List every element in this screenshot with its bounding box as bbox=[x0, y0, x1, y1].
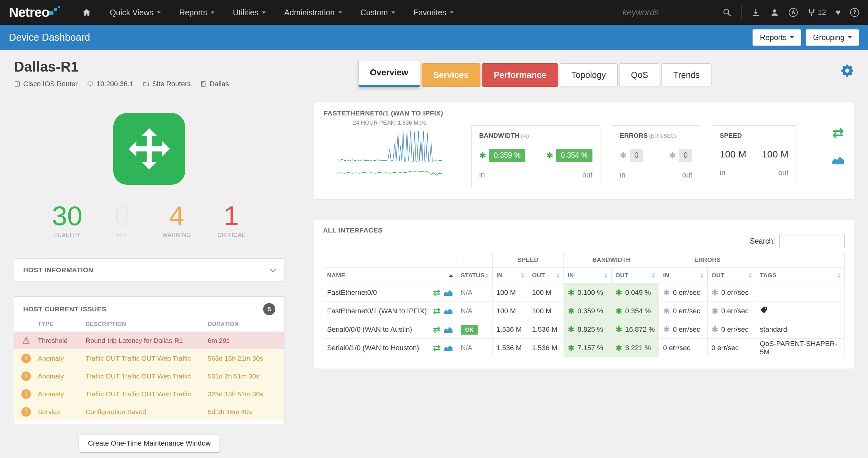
grouping-dropdown-button[interactable]: Grouping bbox=[806, 29, 859, 46]
warning-count[interactable]: 4 WARNING bbox=[159, 202, 194, 238]
top-navigation-bar: Netreo Quick Views Reports Utilities Adm… bbox=[0, 0, 868, 25]
area-chart-icon[interactable] bbox=[444, 289, 453, 296]
chevron-down-icon[interactable] bbox=[270, 266, 276, 272]
issue-row[interactable]: Anomaly Traffic OUT Traffic OUT Web Traf… bbox=[14, 349, 284, 367]
settings-gear-button[interactable] bbox=[841, 64, 854, 78]
critical-count[interactable]: 1 CRITICAL bbox=[214, 202, 249, 238]
warning-triangle-icon: ⚠ bbox=[22, 336, 30, 345]
col-tags[interactable]: TAGS bbox=[756, 268, 845, 284]
col-speed-in[interactable]: IN bbox=[493, 268, 528, 284]
create-maintenance-window-button[interactable]: Create One-Time Maintenance Window bbox=[79, 434, 220, 453]
col-bandwidth-in[interactable]: IN bbox=[564, 268, 612, 284]
home-button[interactable] bbox=[82, 8, 91, 17]
device-site[interactable]: Dallas bbox=[200, 80, 229, 88]
interface-row[interactable]: Serial0/0/0 (WAN to Austin) OK 1.536 M 1… bbox=[323, 320, 845, 339]
download-icon[interactable] bbox=[751, 8, 761, 17]
issue-type: Anomaly bbox=[38, 390, 86, 398]
tab-overview[interactable]: Overview bbox=[358, 60, 420, 87]
device-type[interactable]: Cisco IOS Router bbox=[14, 80, 78, 88]
swap-in-out-icon[interactable] bbox=[433, 288, 440, 297]
auto-acknowledge-icon[interactable]: A bbox=[789, 8, 798, 17]
col-name[interactable]: NAME bbox=[323, 268, 457, 284]
healthy-count[interactable]: 30 HEALTHY bbox=[50, 202, 85, 238]
area-chart-icon[interactable] bbox=[444, 326, 453, 333]
tab-services[interactable]: Services bbox=[422, 63, 480, 87]
area-chart-icon[interactable] bbox=[832, 155, 844, 165]
interface-name[interactable]: Serial0/1/0 (WAN to Houston) bbox=[327, 344, 419, 352]
main-menu: Quick Views Reports Utilities Administra… bbox=[110, 8, 454, 17]
device-category[interactable]: Site Routers bbox=[143, 80, 191, 88]
col-status[interactable]: STATUS bbox=[457, 268, 493, 284]
interface-row[interactable]: Serial0/1/0 (WAN to Houston) N/A 1.536 M… bbox=[323, 339, 845, 357]
monitor-icon bbox=[87, 81, 94, 87]
reports-dropdown-button[interactable]: Reports bbox=[752, 29, 801, 46]
interface-name[interactable]: FastEthernet0/0 bbox=[327, 289, 377, 297]
swap-in-out-icon[interactable] bbox=[832, 126, 844, 140]
swap-in-out-icon[interactable] bbox=[433, 325, 440, 334]
traffic-sparkline[interactable]: 24 HOUR PEAK: 1.636 Mb/s bbox=[334, 118, 444, 188]
ack-count[interactable]: 0 ACK bbox=[104, 202, 140, 238]
nav-favorites[interactable]: Favorites bbox=[414, 8, 454, 17]
help-icon[interactable]: ? bbox=[850, 8, 859, 17]
dashboard-body: 30 HEALTHY 0 ACK 4 WARNING 1 CRITICAL HO… bbox=[0, 102, 868, 453]
tags-value: QoS-PARENT-SHAPER-5M bbox=[760, 340, 837, 356]
device-status-tile[interactable] bbox=[113, 113, 185, 185]
area-chart-icon[interactable] bbox=[444, 307, 453, 315]
col-errors-in[interactable]: IN bbox=[659, 268, 708, 284]
interface-search-input[interactable] bbox=[779, 234, 845, 248]
col-bandwidth-out[interactable]: OUT bbox=[612, 268, 659, 284]
interface-row[interactable]: FastEthernet0/1 (WAN to IPFIX) N/A 100 M… bbox=[323, 302, 845, 320]
nav-reports[interactable]: Reports bbox=[179, 8, 214, 17]
favorites-heart-icon[interactable]: ♥ bbox=[836, 8, 841, 17]
out-label: out bbox=[778, 169, 788, 177]
speed-out: 100 M bbox=[532, 307, 551, 315]
global-search bbox=[622, 8, 732, 18]
sort-icon bbox=[485, 273, 488, 278]
nav-label: Administration bbox=[284, 8, 334, 17]
errors-in: 0 err/sec bbox=[673, 307, 700, 315]
nav-administration[interactable]: Administration bbox=[284, 8, 342, 17]
device-ip-label: 10.200.36.1 bbox=[96, 80, 133, 88]
ack-label: ACK bbox=[104, 232, 140, 238]
tab-qos[interactable]: QoS bbox=[619, 63, 660, 87]
user-icon[interactable] bbox=[770, 8, 779, 17]
nav-quick-views[interactable]: Quick Views bbox=[110, 8, 161, 17]
fork-icon bbox=[807, 8, 816, 17]
interface-name[interactable]: Serial0/0/0 (WAN to Austin) bbox=[327, 325, 412, 334]
area-chart-icon[interactable] bbox=[444, 345, 453, 352]
host-information-panel[interactable]: HOST INFORMATION bbox=[14, 258, 284, 282]
interface-row[interactable]: FastEthernet0/0 N/A 100 M 100 M ✱0.100 %… bbox=[323, 284, 845, 302]
in-label: in bbox=[620, 171, 625, 179]
spacer-cell bbox=[323, 252, 457, 268]
device-ip[interactable]: 10.200.36.1 bbox=[87, 80, 133, 88]
nav-label: Utilities bbox=[233, 8, 259, 17]
tab-performance[interactable]: Performance bbox=[482, 63, 558, 87]
bandwidth-in-value: 0.359 % bbox=[489, 149, 525, 162]
tab-trends[interactable]: Trends bbox=[661, 63, 711, 87]
host-information-title: HOST INFORMATION bbox=[23, 266, 93, 274]
issue-row[interactable]: Anomaly Traffic OUT Traffic OUT Web Traf… bbox=[14, 385, 284, 403]
swap-in-out-icon[interactable] bbox=[433, 344, 440, 352]
interface-name[interactable]: FastEthernet0/1 (WAN to IPFIX) bbox=[327, 307, 427, 315]
issue-row[interactable]: Anomaly Traffic OUT Traffic OUT Web Traf… bbox=[14, 367, 284, 385]
tag-icon[interactable] bbox=[760, 306, 768, 314]
errors-card-title: ERRORS(ERR/SEC) bbox=[620, 132, 692, 139]
col-speed-out[interactable]: OUT bbox=[528, 268, 564, 284]
issue-row[interactable]: ⚠ Threshold Round-trip Latency for Dalla… bbox=[14, 331, 284, 349]
speed-out-value: 100 M bbox=[762, 149, 788, 160]
errors-in: 0 err/sec bbox=[673, 289, 700, 297]
tab-topology[interactable]: Topology bbox=[560, 63, 618, 87]
nav-utilities[interactable]: Utilities bbox=[233, 8, 266, 17]
issue-row[interactable]: Service Configuration Saved 5d 3h 16m 40… bbox=[14, 403, 284, 421]
asterisk-icon: ✱ bbox=[615, 307, 622, 315]
netreo-logo[interactable]: Netreo bbox=[9, 6, 73, 19]
incidents-indicator[interactable]: 12 bbox=[807, 8, 826, 17]
critical-value: 1 bbox=[214, 202, 249, 229]
errors-card: ERRORS(ERR/SEC) ✱0 ✱0 in out bbox=[612, 125, 700, 188]
col-errors-out[interactable]: OUT bbox=[708, 268, 756, 284]
swap-in-out-icon[interactable] bbox=[433, 306, 440, 316]
group-speed: SPEED bbox=[493, 252, 564, 268]
keyword-search-input[interactable] bbox=[622, 8, 718, 18]
nav-custom[interactable]: Custom bbox=[361, 8, 395, 17]
search-icon[interactable] bbox=[722, 8, 732, 17]
